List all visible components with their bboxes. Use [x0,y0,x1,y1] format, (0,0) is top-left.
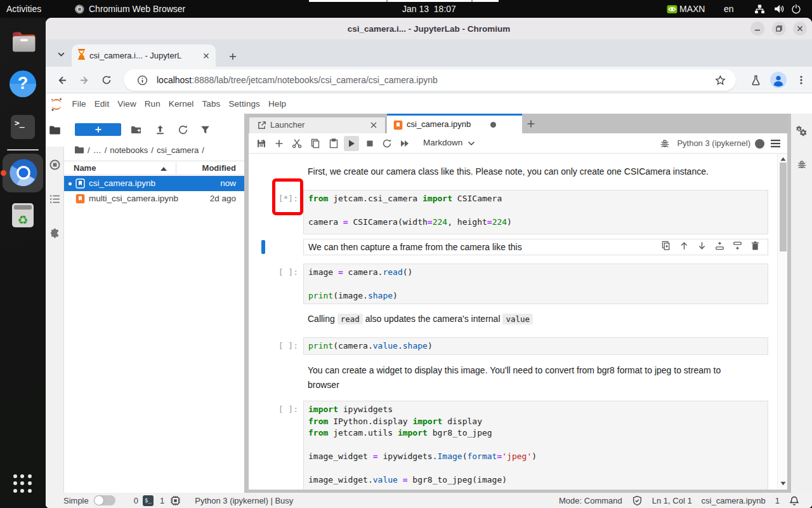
command-mode-label[interactable]: Mode: Command [559,496,622,505]
maximize-button[interactable] [772,22,786,36]
new-tab-button[interactable] [225,48,241,65]
browser-tab[interactable]: csi_camera.i... - JupyterL [72,44,216,67]
network-icon[interactable] [754,0,765,18]
scrollbar-thumb[interactable] [780,163,787,251]
markdown-cell[interactable]: First, we create our camera class like t… [308,164,745,179]
show-applications-button[interactable] [13,474,32,493]
file-row-selected[interactable]: csi_camera.ipynb now [64,176,244,191]
notebook-scrollbar[interactable] [777,154,787,490]
refresh-icon[interactable] [178,124,188,135]
cut-icon[interactable] [292,138,302,149]
menu-help[interactable]: Help [264,99,290,109]
site-info-icon[interactable] [133,70,152,90]
scroll-down-icon[interactable] [780,481,786,486]
dock-help-icon[interactable]: ? [9,70,37,98]
keyboard-layout[interactable]: en [724,0,734,18]
tab-notebook-active[interactable]: csi_camera.ipynb [387,114,522,133]
tab-close-icon[interactable] [200,50,211,61]
menu-tabs[interactable]: Tabs [198,99,225,109]
close-button[interactable] [793,22,807,36]
restart-icon[interactable] [382,138,392,149]
breadcrumb[interactable]: / … / notebooks / csi_camera / [74,145,207,155]
sidebar-splitter[interactable] [244,114,249,493]
menu-edit[interactable]: Edit [90,99,114,109]
code-cell[interactable]: image = camera.read() print(image.shape) [303,264,768,304]
breadcrumb-ellipsis[interactable]: … [93,145,102,155]
back-icon[interactable] [52,70,71,90]
status-filename[interactable]: csi_camera.ipynb [702,496,766,505]
delete-cell-icon[interactable] [750,241,760,251]
kernels-count[interactable]: 1 [160,496,164,505]
dock-files-icon[interactable] [9,28,37,56]
cursor-position[interactable]: Ln 1, Col 1 [652,496,692,505]
nvidia-power-mode[interactable]: MAXN [667,0,705,18]
debugger-sidebar-icon[interactable] [797,159,807,170]
tab-dirty-indicator[interactable] [490,122,496,128]
move-cell-up-icon[interactable] [679,241,689,251]
dock-trash-icon[interactable]: ♻ [9,201,37,229]
upload-icon[interactable] [155,124,166,135]
add-cell-icon[interactable] [274,138,284,149]
reload-icon[interactable] [97,70,116,90]
toolbar-menu-icon[interactable] [771,139,780,148]
run-all-icon[interactable] [400,138,410,149]
insert-cell-below-icon[interactable] [733,241,742,251]
focused-app-name[interactable]: Chromium Web Browser [89,0,185,18]
cell-type-select[interactable]: Markdown [423,138,462,147]
forward-icon[interactable] [75,70,94,90]
duplicate-cell-icon[interactable] [662,241,671,251]
property-inspector-icon[interactable] [796,125,808,137]
omnibox[interactable]: localhost:8888/lab/tree/jetcam/notebooks… [124,69,736,91]
file-row[interactable]: multi_csi_camera.ipynb 2d ago [64,191,244,206]
tab-launcher[interactable]: Launcher [249,117,386,133]
clock[interactable]: Jan 13 18:07 [402,0,456,18]
new-dock-tab-icon[interactable] [526,119,536,129]
window-titlebar[interactable]: csi_camera.i... - JupyterLab - Chromium [46,18,812,39]
scroll-up-icon[interactable] [780,157,786,161]
minimize-button[interactable] [750,22,764,36]
menu-kernel[interactable]: Kernel [164,99,198,109]
volume-icon[interactable] [773,0,785,18]
browser-menu-kebab-icon[interactable] [792,70,811,90]
move-cell-down-icon[interactable] [697,241,707,251]
kernel-name[interactable]: Python 3 (ipykernel) [677,138,750,148]
filter-icon[interactable] [200,124,211,135]
notifications-bell-icon[interactable] [789,495,799,506]
menu-view[interactable]: View [114,99,140,109]
menu-run[interactable]: Run [140,99,164,109]
profile-avatar[interactable] [769,70,788,90]
experiments-flask-icon[interactable] [746,70,765,90]
code-cell[interactable]: print(camera.value.shape) [303,337,768,355]
active-cell-collapser[interactable] [261,240,265,254]
cell-type-caret-icon[interactable] [468,141,475,146]
menu-file[interactable]: File [68,99,90,109]
column-name[interactable]: Name [74,163,96,173]
tab-close-icon[interactable] [369,121,378,130]
breadcrumb-home-folder-icon[interactable] [74,145,84,155]
code-cell[interactable]: import ipywidgets from IPython.display i… [303,401,768,490]
dock-chromium-icon[interactable] [9,158,37,186]
kernel-status-text[interactable]: Python 3 (ipykernel) | Busy [195,496,293,505]
notifications-count[interactable]: 1 [775,496,780,505]
stop-icon[interactable] [365,138,375,149]
terminals-count[interactable]: 0 [134,496,138,505]
sidebar-tab-files-active[interactable] [46,114,64,147]
copy-icon[interactable] [310,138,320,149]
url-text[interactable]: localhost:8888/lab/tree/jetcam/notebooks… [157,69,438,91]
markdown-cell[interactable]: Calling read also updates the camera's i… [308,312,745,327]
paste-icon[interactable] [329,138,339,149]
insert-cell-above-icon[interactable] [715,241,724,251]
power-icon[interactable] [791,0,801,18]
run-icon[interactable] [346,138,357,149]
save-icon[interactable] [256,138,266,149]
kernel-busy-indicator[interactable] [755,139,764,149]
activities-button[interactable]: Activities [6,0,41,18]
trust-shield-icon[interactable] [632,495,643,506]
tab-search-chevron-icon[interactable] [53,46,69,62]
new-folder-icon[interactable] [131,124,141,135]
bookmark-star-icon[interactable] [710,70,730,90]
simple-mode-toggle[interactable] [94,495,115,505]
debugger-bug-icon[interactable] [660,138,670,149]
column-modified[interactable]: Modified [202,163,236,173]
dock-terminal-icon[interactable]: >_ [9,113,37,141]
